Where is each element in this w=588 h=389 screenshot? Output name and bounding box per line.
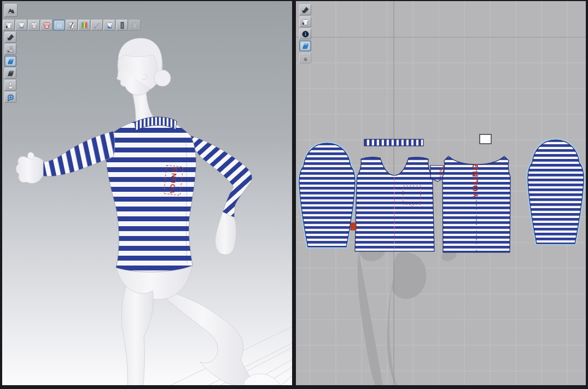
transparent-garment-toggle[interactable] — [53, 20, 65, 31]
avatar-3d[interactable]: YOUNG — [16, 38, 280, 385]
view-mode-toolbar — [3, 20, 141, 31]
scene-toolbar-3d — [4, 32, 16, 103]
3d-avatar-viewport[interactable]: YOUNG — [2, 1, 292, 385]
avatar-front-leg — [121, 286, 153, 385]
3d-scene[interactable]: YOUNG — [2, 1, 292, 385]
avatar-hair-bun — [154, 70, 171, 86]
show-fabric-texture-toggle-2d[interactable] — [299, 40, 311, 51]
app-window: YOUNG — [0, 0, 588, 389]
ghost-garment-toggle[interactable] — [129, 20, 141, 31]
avatar-back-foot — [244, 374, 280, 385]
pin-tool[interactable] — [91, 20, 103, 31]
pocket-text: YOUNG — [440, 167, 443, 177]
back-panel-piece[interactable]: YOUNG — [443, 156, 510, 252]
show-fabric-texture-toggle[interactable] — [4, 56, 16, 67]
pattern-toolbar-2d — [299, 4, 311, 63]
garment-back-sleeve[interactable] — [190, 135, 252, 217]
side-panel-toggle[interactable] — [116, 20, 128, 31]
button-marker[interactable] — [351, 223, 356, 230]
front-panel-piece[interactable] — [355, 157, 434, 251]
annotation-box[interactable] — [480, 134, 491, 144]
lock-pattern-toggle[interactable] — [299, 52, 311, 63]
avatar-thumb — [27, 152, 34, 160]
fabric-library-button[interactable] — [4, 4, 18, 17]
edit-pattern-tool-2d[interactable] — [299, 4, 311, 15]
select-pattern-tool-2d[interactable] — [299, 16, 311, 27]
texture-sphere-toggle[interactable] — [299, 28, 311, 39]
hide-fabric-texture-toggle[interactable] — [4, 68, 16, 79]
back-text: YOUNG — [470, 162, 480, 198]
simulate-drape-toggle[interactable] — [103, 20, 115, 31]
edit-pattern-tool[interactable] — [4, 32, 16, 43]
avatar-ghost-silhouette — [358, 249, 458, 385]
select-garment-tool[interactable] — [3, 20, 15, 31]
garment-torso[interactable] — [106, 120, 196, 272]
strain-map-toggle[interactable] — [78, 20, 90, 31]
pocket-piece[interactable]: YOUNG — [430, 166, 444, 181]
show-garment-toggle[interactable] — [15, 20, 27, 31]
avatar-front-hand — [16, 156, 43, 183]
garment-front-sleeve[interactable] — [43, 131, 115, 176]
stress-map-toggle[interactable] — [40, 20, 53, 31]
avatar-back-leg — [160, 293, 256, 385]
file-toolbar — [4, 4, 18, 17]
2d-pattern-board[interactable]: YOUNG YOUNG — [296, 1, 586, 385]
avatar-head — [117, 38, 171, 95]
move-avatar-tool[interactable] — [4, 44, 16, 55]
show-avatar-toggle[interactable] — [4, 80, 16, 91]
left-sleeve-piece[interactable] — [299, 143, 355, 247]
right-sleeve-piece[interactable] — [528, 140, 584, 244]
show-pattern-seams-toggle[interactable] — [28, 20, 40, 31]
2d-pattern-viewport[interactable]: YOUNG YOUNG — [296, 1, 586, 385]
show-seamlines-toggle[interactable] — [66, 20, 78, 31]
collar-strip-piece[interactable] — [364, 139, 423, 146]
avatar-back-hand — [216, 212, 236, 255]
world-view-toggle[interactable] — [4, 92, 16, 103]
